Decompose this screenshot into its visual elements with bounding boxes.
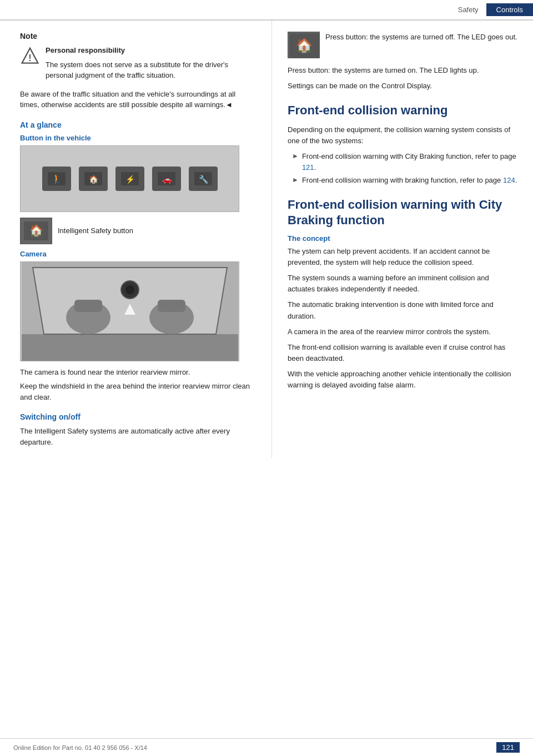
camera-interior-svg [22,262,238,361]
concept-para-1: The ystem can help prevent accidents. If… [288,246,517,268]
svg-text:🚗: 🚗 [162,175,172,184]
page-header: Safety Controls [0,0,533,21]
concept-para-5: The front-end collision warning is avail… [288,342,517,364]
panel-btn-5: 🔧 [189,167,218,191]
svg-rect-22 [158,300,185,312]
concept-para-2: The system sounds a warning before an im… [288,273,517,295]
svg-text:🏠: 🏠 [296,37,313,53]
svg-text:🏠: 🏠 [88,175,98,184]
svg-rect-15 [22,334,238,361]
isafety-icon: 🏠 [21,218,52,244]
panel-btn-3: ⚡ [115,167,144,191]
panel-btn-icon-3: ⚡ [120,170,140,188]
concept-para-4: A camera in the area of the rearview mir… [288,326,517,337]
panel-btn-icon-4: 🚗 [157,170,177,188]
panel-btn-icon-1: 🚶 [47,170,67,188]
svg-point-19 [125,285,134,294]
front-collision-heading: Front-end collision warning [288,103,517,119]
footer-text: Online Edition for Part no. 01 40 2 956 … [13,744,147,751]
button-in-vehicle-heading: Button in the vehicle [20,134,256,142]
press-on-text: Press button: the systems are turned on.… [288,65,517,76]
at-a-glance-heading: At a glance [20,120,256,129]
isafety-btn-row: 🏠 Intelligent Safety button [20,218,256,244]
svg-text:🔧: 🔧 [198,175,208,184]
settings-text: Settings can be made on the Control Disp… [288,80,517,92]
svg-text:🚶: 🚶 [51,174,62,184]
isafety-button-image: 🏠 [20,218,52,244]
press-off-icon: 🏠 [288,32,320,58]
note-para2: Be aware of the traffic situation and th… [20,89,256,110]
left-column: Note ! Personal responsibility The syste… [0,21,272,458]
svg-rect-21 [74,300,102,312]
svg-text:⚡: ⚡ [125,175,135,184]
concept-para-3: The automatic braking intervention is do… [288,299,517,321]
panel-btn-1: 🚶 [42,167,71,191]
svg-text:!: ! [28,53,31,63]
bullet-text-2: Front-end collision warning with braking… [302,175,517,186]
front-collision-body: Depending on the equipment, the collisio… [288,124,517,147]
svg-text:🏠: 🏠 [29,224,43,237]
header-safety-label: Safety [450,3,486,16]
page-number: 121 [496,742,520,753]
bullet-item-2: ► Front-end collision warning with braki… [288,175,517,186]
press-off-row: 🏠 Press button: the systems are turned o… [288,32,517,58]
camera-para2: Keep the windshield in the area behind t… [20,381,256,402]
city-braking-heading: Front-end collision warning with City Br… [288,197,517,229]
bullet-item-1: ► Front-end collision warning with City … [288,151,517,173]
panel-btn-icon-2: 🏠 [83,170,103,188]
concept-para-6: With the vehicle approaching another veh… [288,369,517,391]
warning-icon: ! [20,46,40,66]
switching-para1: The Intelligent Safety systems are autom… [20,426,256,447]
page-footer: Online Edition for Part no. 01 40 2 956 … [0,738,533,756]
isafety-btn-label: Intelligent Safety button [58,226,133,235]
main-content: Note ! Personal responsibility The syste… [0,21,533,458]
switching-heading: Switching on/off [20,412,256,421]
camera-heading: Camera [20,250,256,258]
camera-para1: The camera is found near the interior re… [20,367,256,378]
note-text: Personal responsibility The system does … [46,45,256,84]
panel-buttons-row: 🚶 🏠 ⚡ [37,161,223,196]
concept-heading: The concept [288,234,517,243]
bullet-text-1: Front-end collision warning with City Br… [302,151,517,173]
note-section: ! Personal responsibility The system doe… [20,45,256,84]
button-panel-image: 🚶 🏠 ⚡ [20,145,239,212]
bullet-arrow-2: ► [292,175,299,184]
camera-image [20,261,239,361]
bullet-link-1: 121 [302,163,314,172]
note-title: Note [20,32,256,41]
press-off-text: Press button: the systems are turned off… [325,32,517,43]
header-controls-label: Controls [486,3,533,16]
bullet-arrow-1: ► [292,151,299,160]
panel-btn-2: 🏠 [79,167,108,191]
panel-btn-icon-5: 🔧 [193,170,213,188]
panel-btn-4: 🚗 [152,167,181,191]
bullet-link-2: 124 [503,176,515,184]
right-column: 🏠 Press button: the systems are turned o… [272,21,533,458]
